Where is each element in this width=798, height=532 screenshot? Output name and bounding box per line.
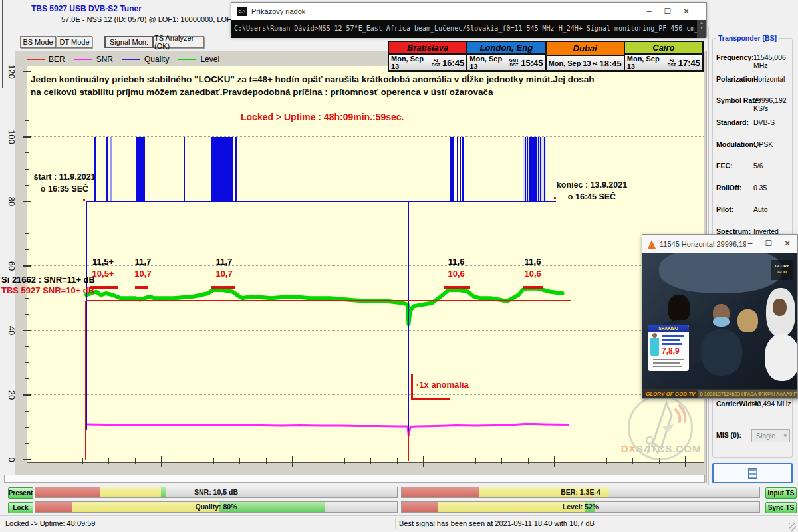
gridline-y40 <box>27 330 704 331</box>
app-title: TBS 5927 USB DVB-S2 Tuner <box>31 4 142 13</box>
y-tick <box>25 120 29 121</box>
quality-spike <box>136 137 145 201</box>
quality-spike <box>529 137 531 201</box>
signal-bar-ber: BER: 1,3E-4 <box>401 487 760 498</box>
ticker-channel-name: GLORY OF GOD TV <box>646 391 695 397</box>
vlc-player-window[interactable]: 11545 Horizontal 29996,192 / ... GLORYGO… <box>642 234 798 399</box>
quality-spike <box>110 137 112 201</box>
x-tick <box>57 458 57 464</box>
legend-line-swatch <box>122 59 140 60</box>
cmd-maximize-button[interactable]: ☐ <box>658 3 677 20</box>
quality-spike <box>184 137 185 201</box>
anomaly-bracket-horizontal <box>411 398 450 400</box>
snr-label-bottom: 10,6 <box>524 269 541 279</box>
tp-label-standard: Standard: <box>716 118 749 126</box>
vlc-video-area[interactable]: GLORYGOD SHAKISO 7,8,9 GLORY OF GOD TV 0… <box>642 253 797 398</box>
vlc-close-button[interactable]: ✕ <box>778 235 797 252</box>
cmd-titlebar[interactable]: C:\ Príkazový riadok <box>231 3 706 20</box>
signal-bar-level: Level: 52% <box>401 501 760 513</box>
tab-dt-mode[interactable]: DT Mode <box>57 36 92 48</box>
video-person-hair <box>737 309 758 332</box>
y-tick <box>25 443 29 444</box>
y-tick <box>23 71 31 72</box>
y-axis-label-120: 120 <box>3 63 21 81</box>
promo-text-bar <box>662 343 682 345</box>
clock-london-eng: London, EngMon, Sep 13GMTDST15:45 <box>467 42 546 70</box>
transponder-groupbox-title: Transponder [BS] <box>716 34 779 42</box>
clock-dubai: DubaiMon, Sep 13+418:45 <box>547 42 625 70</box>
clock-time-row: Mon, Sep 13+1DST16:45 <box>389 55 466 70</box>
clock-city-label: Cairo <box>625 42 702 55</box>
cmd-close-button[interactable]: ✕ <box>677 3 696 20</box>
y-tick <box>25 314 29 315</box>
snr-label-top: 11,7 <box>135 257 152 267</box>
y-tick <box>25 185 29 186</box>
snr-underline <box>211 286 235 289</box>
quality-spike <box>540 137 541 201</box>
tab-bs-mode[interactable]: BS Mode <box>20 36 56 48</box>
clock-city-label: Bratislava <box>389 42 466 55</box>
watermark-text: DXSATCS.COM <box>614 443 708 454</box>
legend-line-swatch <box>178 59 196 60</box>
start-label-line1: štart : 11.9.2021 <box>33 172 95 182</box>
end-label-line2: o 16:45 SEČ <box>568 192 616 201</box>
command-prompt-window[interactable]: C:\ Príkazový riadok C:\Users\Roman Dávi… <box>231 2 707 37</box>
x-tick <box>135 458 136 464</box>
lock-button[interactable]: Lock <box>8 502 33 513</box>
gridline-y60 <box>27 265 704 266</box>
horizontal-progress-strip <box>4 475 705 483</box>
input-ts-button[interactable]: Input TS <box>765 487 797 499</box>
quality-spike <box>107 137 108 201</box>
y-axis-label-60: 60 <box>3 257 21 275</box>
ber-start-mark <box>85 301 86 460</box>
mis-dropdown[interactable]: Single ▾ <box>751 429 790 442</box>
cmd-scrollbar[interactable]: ▲▼ <box>697 20 706 38</box>
present-button[interactable]: Present <box>8 487 33 499</box>
tp-value-rolloff: 0.35 <box>753 184 767 192</box>
ber-anomaly-mark <box>408 431 409 461</box>
x-tick <box>370 458 371 464</box>
tab-ts-analyzer-ok-[interactable]: TS Analyzer (OK) <box>154 36 204 48</box>
vlc-minimize-button[interactable]: – <box>741 235 759 252</box>
anomaly-quality-drop <box>408 201 409 459</box>
tp-value-frequency: 11545,006 MHz <box>753 53 798 69</box>
start-marker-dot <box>83 199 85 201</box>
x-tick <box>82 458 83 464</box>
y-tick <box>25 169 29 170</box>
sync-ts-button[interactable]: Sync TS <box>765 502 797 513</box>
y-tick <box>25 298 29 299</box>
clock-time-row: Mon, Sep 13+2DST17:45 <box>625 55 702 70</box>
y-tick <box>25 104 29 104</box>
y-axis-label-80: 80 <box>3 192 21 211</box>
channel-logo-badge: GLORYGOD <box>771 260 793 280</box>
chevron-down-icon: ▾ <box>783 432 787 439</box>
clock-cairo: CairoMon, Sep 13+2DST17:45 <box>625 42 702 70</box>
y-tick <box>23 265 31 267</box>
promo-text-bar <box>653 362 680 364</box>
x-tick <box>161 456 162 467</box>
snr-underline <box>523 286 543 289</box>
bar-value-text: Quality: 80% <box>35 502 397 512</box>
legend-item-level: Level <box>178 55 219 64</box>
y-tick <box>25 88 29 88</box>
y-tick <box>25 152 29 153</box>
y-tick <box>25 346 29 347</box>
cmd-console[interactable]: C:\Users\Roman Dávid>NSS 12-57°E_East Af… <box>231 20 706 38</box>
resize-grip[interactable] <box>789 523 796 531</box>
promo-brand: SHAKISO <box>648 325 689 332</box>
vlc-maximize-button[interactable]: ☐ <box>759 235 778 252</box>
tp-value-polarization: Horizontal <box>753 75 785 83</box>
legend-line-swatch <box>27 59 45 60</box>
ticker-scroll-text: 0 1000137124603 ΗΓΛ9Λ ΦΊΚΦΉ ΛΛΛΛ9 ΓΊΛΠ 1… <box>698 390 797 398</box>
ts-tool-button[interactable] <box>712 463 793 483</box>
snr-label-bottom: 10,7 <box>134 269 151 279</box>
lock-uptime-status: Locked -> Uptime: 48:09:59 <box>5 519 95 527</box>
promo-overlay-card: SHAKISO 7,8,9 <box>648 325 689 371</box>
tab-signal-mon-[interactable]: Signal Mon. <box>104 36 154 48</box>
snr-label-bottom: 10,5+ <box>92 269 114 279</box>
promo-text-bar <box>662 339 680 341</box>
video-ticker: GLORY OF GOD TV 0 1000137124603 ΗΓΛ9Λ ΦΊ… <box>642 389 797 398</box>
x-tick <box>397 458 398 464</box>
x-tick <box>239 458 240 464</box>
cmd-minimize-button[interactable]: – <box>640 3 658 20</box>
